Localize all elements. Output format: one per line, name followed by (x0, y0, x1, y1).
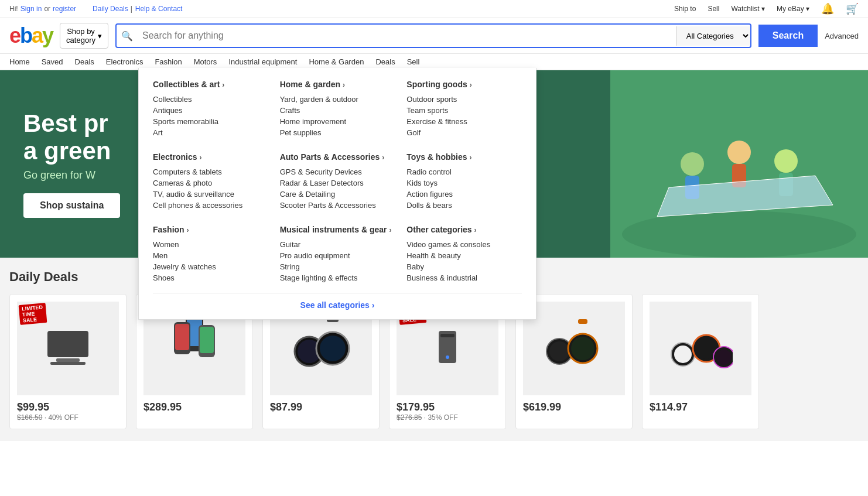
category-sporting-goods-title[interactable]: Sporting goods › (406, 80, 522, 89)
hero-cta-button[interactable]: Shop sustaina (23, 193, 120, 218)
category-collectibles: Collectibles & art › Collectibles Antiqu… (153, 80, 268, 138)
nav-motors[interactable]: Motors (194, 57, 217, 66)
nav-industrial[interactable]: Industrial equipment (228, 57, 297, 66)
item-computers-tablets[interactable]: Computers & tablets (153, 166, 268, 177)
deal-price-4: $179.95 (397, 401, 498, 413)
nav-home-garden[interactable]: Home & Garden (309, 57, 364, 66)
item-collectibles[interactable]: Collectibles (153, 94, 268, 105)
item-scooter-parts[interactable]: Scooter Parts & Accessories (280, 200, 395, 211)
search-bar: 🔍 All Categories (115, 23, 751, 48)
item-jewelry-watches[interactable]: Jewelry & watches (153, 261, 268, 272)
nav-fashion[interactable]: Fashion (155, 57, 182, 66)
item-gps-security[interactable]: GPS & Security Devices (280, 166, 395, 177)
item-cell-phones[interactable]: Cell phones & accessories (153, 200, 268, 211)
category-other-title[interactable]: Other categories › (406, 225, 522, 234)
item-radio-control[interactable]: Radio control (406, 166, 522, 177)
smartwatch-collection-icon (542, 316, 606, 381)
item-men[interactable]: Men (153, 250, 268, 261)
item-sports-memorabilia[interactable]: Sports memorabilia (153, 116, 268, 127)
svg-point-32 (674, 346, 692, 363)
item-stage-lighting[interactable]: Stage lighting & effects (280, 272, 395, 283)
greeting-text: Hi! (9, 5, 18, 13)
item-crafts[interactable]: Crafts (280, 105, 395, 116)
deal-price-5: $619.99 (523, 401, 625, 413)
item-antiques[interactable]: Antiques (153, 105, 268, 116)
watchlist-link[interactable]: Watchlist ▾ (731, 5, 765, 13)
nav-saved[interactable]: Saved (42, 57, 63, 66)
arrow-icon: › (389, 226, 391, 234)
category-fashion-title[interactable]: Fashion › (153, 225, 268, 234)
item-health-beauty[interactable]: Health & beauty (406, 250, 522, 261)
header: ebay Shop by category ▾ 🔍 All Categories… (0, 18, 868, 54)
nav-deals[interactable]: Deals (75, 57, 94, 66)
category-electronics-title[interactable]: Electronics › (153, 152, 268, 162)
or-text: or (44, 5, 50, 13)
item-care-detailing[interactable]: Care & Detailing (280, 189, 395, 200)
toys-hobbies-items: Radio control Kids toys Action figures D… (406, 166, 522, 211)
item-action-figures[interactable]: Action figures (406, 189, 522, 200)
item-yard[interactable]: Yard, garden & outdoor (280, 94, 395, 105)
item-kids-toys[interactable]: Kids toys (406, 177, 522, 189)
category-home-garden-title[interactable]: Home & garden › (280, 80, 395, 89)
item-tv-audio[interactable]: TV, audio & surveillance (153, 189, 268, 200)
deal-price-1: $99.95 (17, 401, 119, 413)
mini-tower-icon (427, 328, 468, 369)
category-auto-parts-title[interactable]: Auto Parts & Accessories › (280, 152, 395, 162)
item-radar-laser[interactable]: Radar & Laser Detectors (280, 177, 395, 189)
item-cameras-photo[interactable]: Cameras & photo (153, 177, 268, 189)
item-team-sports[interactable]: Team sports (406, 105, 522, 116)
hero-image (610, 70, 868, 258)
register-link[interactable]: register (53, 5, 76, 13)
item-pet-supplies[interactable]: Pet supplies (280, 127, 395, 138)
item-home-improvement[interactable]: Home improvement (280, 116, 395, 127)
nav-sell[interactable]: Sell (407, 57, 420, 66)
sell-link[interactable]: Sell (708, 5, 719, 13)
category-musical-title[interactable]: Musical instruments & gear › (280, 225, 395, 234)
advanced-search-link[interactable]: Advanced (825, 32, 859, 40)
category-collectibles-title[interactable]: Collectibles & art › (153, 80, 268, 89)
arrow-icon: › (470, 81, 472, 89)
nav-deals2[interactable]: Deals (375, 57, 395, 66)
nav-electronics[interactable]: Electronics (106, 57, 143, 66)
help-contact-link[interactable]: Help & Contact (135, 5, 183, 13)
item-art[interactable]: Art (153, 127, 268, 138)
svg-point-29 (571, 337, 594, 360)
deal-card-1[interactable]: LIMITEDTIMESALE $99.95 $166.50 · 40% OFF (9, 294, 127, 429)
notification-bell-icon[interactable]: 🔔 (821, 2, 834, 15)
nav-home[interactable]: Home (9, 57, 30, 66)
ebay-logo[interactable]: ebay (9, 23, 53, 48)
signin-link[interactable]: Sign in (20, 5, 42, 13)
search-input[interactable] (138, 25, 676, 47)
item-guitar[interactable]: Guitar (280, 239, 395, 250)
hero-subtitle: Go green for W (23, 169, 120, 182)
item-outdoor-sports[interactable]: Outdoor sports (406, 94, 522, 105)
item-video-games[interactable]: Video games & consoles (406, 239, 522, 250)
category-select[interactable]: All Categories (676, 26, 750, 46)
arrow-icon: › (343, 81, 345, 89)
hero-text: Best pr a green Go green for W Shop sust… (23, 110, 120, 217)
search-button[interactable]: Search (758, 25, 818, 47)
item-exercise-fitness[interactable]: Exercise & fitness (406, 116, 522, 127)
cart-icon[interactable]: 🛒 (846, 2, 859, 15)
item-string[interactable]: String (280, 261, 395, 272)
item-pro-audio[interactable]: Pro audio equipment (280, 250, 395, 261)
deal-card-6[interactable]: $114.97 (642, 294, 759, 429)
phones-icon (168, 313, 221, 384)
computer-icon (45, 328, 91, 369)
item-golf[interactable]: Golf (406, 127, 522, 138)
category-toys-hobbies-title[interactable]: Toys & hobbies › (406, 152, 522, 162)
daily-deals-link[interactable]: Daily Deals (93, 5, 128, 13)
item-shoes[interactable]: Shoes (153, 272, 268, 283)
item-baby[interactable]: Baby (406, 261, 522, 272)
my-ebay-link[interactable]: My eBay ▾ (777, 5, 809, 13)
svg-point-4 (727, 141, 751, 164)
item-women[interactable]: Women (153, 239, 268, 250)
category-other: Other categories › Video games & console… (406, 225, 522, 283)
collectibles-items: Collectibles Antiques Sports memorabilia… (153, 94, 268, 138)
item-business-industrial[interactable]: Business & industrial (406, 272, 522, 283)
ship-to-link[interactable]: Ship to (674, 5, 696, 13)
see-all-categories-link[interactable]: See all categories › (300, 300, 375, 310)
item-dolls-bears[interactable]: Dolls & bears (406, 200, 522, 211)
home-garden-items: Yard, garden & outdoor Crafts Home impro… (280, 94, 395, 138)
shop-by-button[interactable]: Shop by category ▾ (60, 23, 108, 49)
